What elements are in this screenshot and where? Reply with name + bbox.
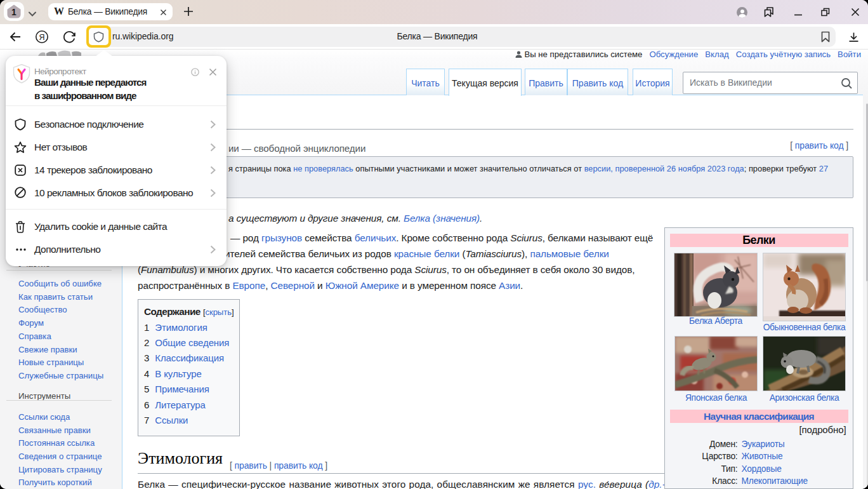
svg-text:1: 1 [11, 7, 16, 17]
